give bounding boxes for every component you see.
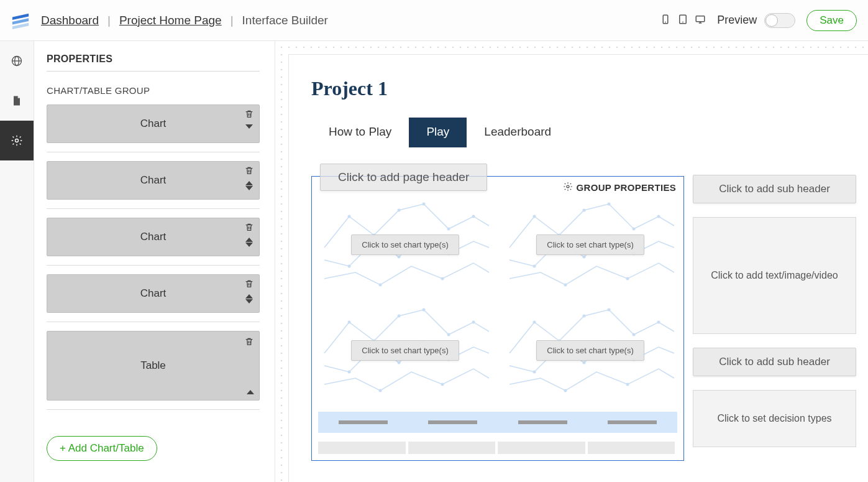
trash-icon[interactable]: [244, 336, 254, 350]
tab-play[interactable]: Play: [409, 118, 467, 147]
page-header-placeholder[interactable]: Click to add page header: [320, 164, 487, 191]
svg-point-40: [348, 371, 351, 374]
svg-point-17: [472, 215, 475, 218]
preview-label: Preview: [717, 14, 757, 27]
chart-placeholder-1[interactable]: Click to set chart type(s): [503, 198, 677, 291]
svg-point-22: [441, 277, 444, 280]
svg-point-52: [583, 361, 586, 364]
svg-point-49: [633, 333, 636, 336]
svg-point-14: [398, 209, 401, 212]
prop-item-label: Table: [140, 359, 166, 372]
tab-how-to-play[interactable]: How to Play: [311, 118, 409, 147]
prop-item-label: Chart: [140, 231, 167, 243]
add-chart-table-button[interactable]: + Add Chart/Table: [47, 436, 157, 461]
sub-header-placeholder-1[interactable]: Click to add sub header: [693, 348, 856, 376]
prop-item-chart-1[interactable]: Chart: [47, 161, 260, 200]
svg-point-25: [583, 209, 586, 212]
breadcrumb-current: Interface Builder: [242, 14, 328, 27]
decision-types-placeholder[interactable]: Click to set decision types: [693, 390, 856, 447]
chart-placeholder-2[interactable]: Click to set chart type(s): [318, 304, 492, 397]
tabs-row: How to Play Play Leaderboard: [311, 118, 868, 147]
move-down-icon[interactable]: [245, 124, 253, 129]
set-chart-button[interactable]: Click to set chart type(s): [536, 340, 644, 361]
svg-point-33: [626, 277, 629, 280]
chart-placeholder-0[interactable]: Click to set chart type(s): [318, 198, 492, 291]
device-switcher: [660, 14, 706, 27]
preview-toggle[interactable]: [764, 13, 795, 28]
mobile-icon[interactable]: [660, 14, 671, 27]
breadcrumb-separator: |: [231, 14, 234, 27]
svg-point-55: [626, 383, 629, 386]
svg-point-37: [423, 308, 426, 312]
prop-item-table[interactable]: Table: [47, 331, 260, 401]
logo-icon: [11, 11, 30, 30]
table-placeholder[interactable]: [318, 412, 677, 454]
prop-item-chart-3[interactable]: Chart: [47, 274, 260, 313]
chart-placeholder-3[interactable]: Click to set chart type(s): [503, 304, 677, 397]
set-chart-button[interactable]: Click to set chart type(s): [536, 234, 644, 255]
svg-point-43: [379, 389, 382, 392]
trash-icon[interactable]: [244, 165, 254, 178]
side-column: Click to add sub header Click to add tex…: [693, 175, 856, 447]
svg-point-48: [608, 308, 611, 312]
svg-point-50: [657, 321, 660, 324]
move-down-icon[interactable]: [245, 299, 253, 304]
svg-point-38: [447, 333, 450, 336]
svg-point-28: [657, 215, 660, 218]
trash-icon[interactable]: [244, 222, 254, 235]
svg-point-10: [16, 139, 19, 142]
properties-panel: PROPERTIES CHART/TABLE GROUP Chart Chart: [34, 41, 275, 482]
properties-title: PROPERTIES: [47, 53, 260, 72]
svg-point-26: [608, 203, 611, 206]
breadcrumb: Dashboard | Project Home Page | Interfac…: [41, 14, 328, 27]
move-up-icon[interactable]: [247, 390, 254, 394]
rail-settings[interactable]: [0, 121, 34, 160]
group-box[interactable]: GROUP PROPERTIES Click to set chart type…: [311, 176, 684, 461]
svg-point-11: [567, 185, 569, 188]
svg-rect-4: [696, 16, 705, 21]
move-up-icon[interactable]: [245, 238, 253, 242]
move-down-icon[interactable]: [245, 186, 253, 190]
move-up-icon[interactable]: [245, 181, 253, 185]
svg-point-18: [348, 265, 351, 268]
svg-point-45: [533, 321, 536, 324]
text-image-video-placeholder[interactable]: Click to add text/image/video: [693, 217, 856, 334]
gear-icon: [563, 182, 573, 193]
svg-point-27: [633, 228, 636, 231]
svg-point-30: [583, 256, 586, 259]
trash-icon[interactable]: [244, 279, 254, 292]
svg-point-19: [398, 256, 401, 259]
prop-item-chart-0[interactable]: Chart: [47, 104, 260, 143]
breadcrumb-project-home[interactable]: Project Home Page: [119, 14, 222, 27]
prop-item-label: Chart: [140, 174, 167, 187]
breadcrumb-dashboard[interactable]: Dashboard: [41, 14, 99, 27]
svg-point-54: [564, 389, 567, 392]
trash-icon[interactable]: [244, 109, 254, 122]
sub-header-placeholder-0[interactable]: Click to add sub header: [693, 175, 856, 203]
rail-globe[interactable]: [0, 41, 34, 81]
canvas-area: Project 1 How to Play Play Leaderboard C…: [275, 41, 868, 482]
project-title: Project 1: [311, 77, 868, 100]
move-up-icon[interactable]: [245, 294, 253, 299]
prop-item-label: Chart: [140, 118, 167, 130]
top-header: Dashboard | Project Home Page | Interfac…: [0, 0, 868, 41]
svg-point-16: [447, 228, 450, 231]
left-rail: [0, 41, 34, 482]
svg-point-12: [348, 215, 351, 218]
svg-point-15: [423, 203, 426, 206]
rail-document[interactable]: [0, 81, 34, 121]
set-chart-button[interactable]: Click to set chart type(s): [351, 234, 459, 255]
prop-item-label: Chart: [140, 287, 167, 300]
tab-leaderboard[interactable]: Leaderboard: [467, 118, 569, 147]
page-card: Project 1 How to Play Play Leaderboard C…: [289, 55, 868, 482]
svg-point-34: [348, 321, 351, 324]
set-chart-button[interactable]: Click to set chart type(s): [351, 340, 459, 361]
group-properties-label[interactable]: GROUP PROPERTIES: [563, 182, 676, 193]
prop-item-chart-2[interactable]: Chart: [47, 218, 260, 256]
tablet-icon[interactable]: [677, 14, 688, 27]
save-button[interactable]: Save: [806, 10, 857, 31]
svg-point-32: [564, 284, 567, 287]
svg-point-21: [379, 284, 382, 287]
move-down-icon[interactable]: [245, 243, 253, 247]
desktop-icon[interactable]: [695, 14, 706, 27]
